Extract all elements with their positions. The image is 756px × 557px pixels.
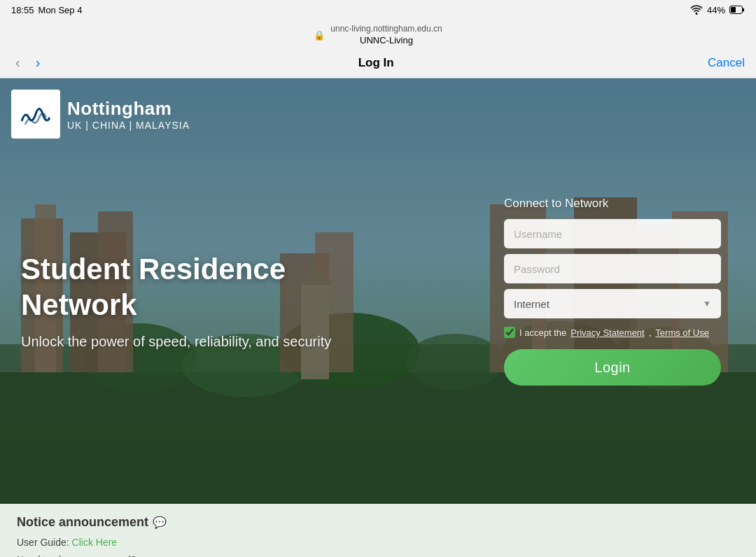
svg-rect-2: [743, 8, 744, 12]
status-bar-right: 44%: [690, 5, 745, 15]
wifi-icon: [690, 5, 703, 15]
url-display: unnc-living.nottingham.edu.cn UNNC-Livin…: [330, 24, 442, 46]
logo-wave-icon: [18, 97, 53, 132]
cancel-button[interactable]: Cancel: [708, 56, 745, 70]
change-password-row: Need to change password?: [17, 553, 739, 557]
password-input[interactable]: [504, 254, 721, 283]
nav-bar: ‹ › Log In Cancel: [0, 50, 756, 78]
user-guide-label: User Guide:: [17, 537, 69, 548]
hero-subtitle: Unlock the power of speed, reliability, …: [21, 334, 371, 350]
terms-text: I accept the: [519, 327, 566, 338]
notice-icon: 💬: [153, 516, 167, 529]
forward-button[interactable]: ›: [31, 53, 45, 72]
hero-section: Nottingham UK | CHINA | MALAYSIA Student…: [0, 78, 756, 504]
logo-text-area: Nottingham UK | CHINA | MALAYSIA: [67, 98, 190, 131]
browser-chrome: 🔒 unnc-living.nottingham.edu.cn UNNC-Liv…: [0, 20, 756, 78]
time: 18:55: [11, 5, 34, 15]
battery-icon: [729, 6, 745, 14]
bottom-section: Notice announcement 💬 User Guide: Click …: [0, 504, 756, 557]
terms-checkbox[interactable]: [504, 327, 515, 338]
countries-label: UK | CHINA | MALAYSIA: [67, 120, 190, 131]
change-password-label: Need to change password?: [17, 554, 136, 557]
url-bar: 🔒 unnc-living.nottingham.edu.cn UNNC-Liv…: [0, 20, 756, 50]
url-domain: unnc-living.nottingham.edu.cn: [330, 24, 442, 35]
hero-title: Student Residence Network: [21, 253, 371, 323]
privacy-statement-link[interactable]: Privacy Statement: [570, 327, 645, 338]
back-button[interactable]: ‹: [11, 53, 24, 72]
university-name: Nottingham: [67, 98, 190, 120]
notice-title-text: Notice announcement: [17, 515, 148, 530]
svg-rect-1: [731, 7, 736, 13]
user-guide-row: User Guide: Click Here: [17, 535, 739, 550]
login-panel: Connect to Network Internet Staff Guest …: [504, 197, 721, 386]
username-input[interactable]: [504, 219, 721, 248]
page-title: Log In: [358, 56, 394, 70]
status-bar: 18:55 Mon Sep 4 44%: [0, 0, 756, 20]
network-select-wrapper: Internet Staff Guest ▼: [504, 289, 721, 318]
connect-label: Connect to Network: [504, 197, 721, 211]
network-select[interactable]: Internet Staff Guest: [504, 289, 721, 318]
battery-percentage: 44%: [707, 5, 725, 15]
status-bar-left: 18:55 Mon Sep 4: [11, 5, 82, 15]
terms-row: I accept the Privacy Statement, Terms of…: [504, 327, 721, 338]
lock-icon: 🔒: [314, 30, 325, 41]
hero-content: Student Residence Network Unlock the pow…: [21, 253, 371, 351]
date: Mon Sep 4: [38, 5, 83, 15]
terms-of-use-link[interactable]: Terms of Use: [655, 327, 709, 338]
logo-area: Nottingham UK | CHINA | MALAYSIA: [11, 90, 190, 139]
university-logo: [11, 90, 60, 139]
site-name: UNNC-Living: [330, 35, 442, 47]
user-guide-link[interactable]: Click Here: [72, 537, 118, 548]
notice-title: Notice announcement 💬: [17, 515, 739, 530]
nav-buttons: ‹ ›: [11, 53, 44, 72]
login-button[interactable]: Login: [504, 349, 721, 386]
